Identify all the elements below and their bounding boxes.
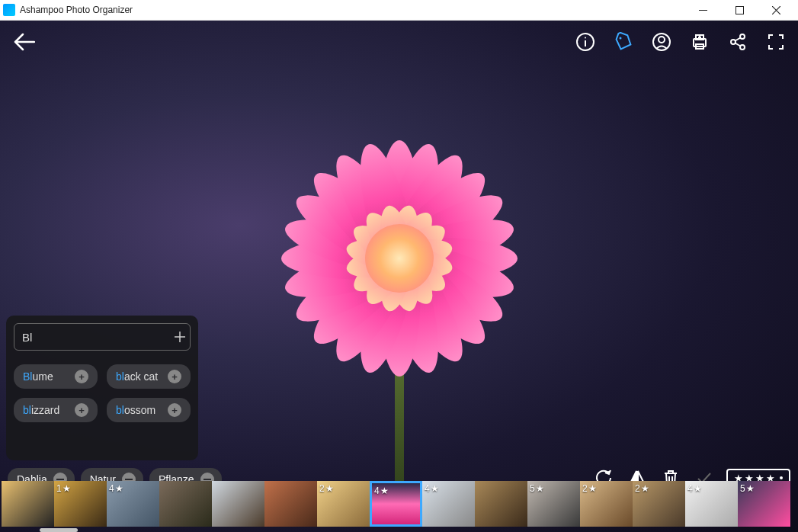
maximize-button[interactable] (728, 0, 751, 21)
info-button[interactable] (572, 29, 598, 55)
share-button[interactable] (725, 29, 751, 55)
suggestion-rest: ossom (124, 404, 155, 416)
tag-suggestion[interactable]: blizzard+ (14, 398, 98, 422)
thumbnail[interactable]: 2★ (317, 481, 370, 527)
suggestion-highlight: bl (116, 370, 124, 383)
filmstrip[interactable]: 1★4★2★4★4★5★2★2★4★5★ (0, 481, 798, 528)
svg-line-18 (736, 37, 741, 40)
minimize-button[interactable] (691, 0, 714, 21)
titlebar: Ashampoo Photo Organizer (0, 0, 798, 21)
close-button[interactable] (764, 0, 787, 21)
svg-point-9 (659, 37, 665, 43)
scroll-indicator[interactable] (40, 528, 78, 532)
suggestion-highlight: bl (23, 404, 31, 416)
plus-icon: + (168, 370, 181, 383)
thumbnail[interactable] (264, 481, 317, 527)
thumbnail[interactable]: 2★ (633, 481, 685, 527)
plus-icon: + (75, 370, 88, 383)
rating-more-icon (780, 476, 783, 479)
svg-point-7 (620, 37, 622, 39)
suggestion-rest: izzard (31, 404, 59, 416)
thumbnail-rating: 4★ (109, 483, 123, 494)
print-button[interactable] (687, 29, 713, 55)
svg-point-6 (585, 37, 586, 38)
thumbnail[interactable]: 4★ (422, 481, 475, 527)
main-photo-viewer[interactable]: (function(){ const f = document.currentS… (0, 21, 798, 532)
app-icon (3, 4, 15, 16)
photo-content: (function(){ const f = document.currentS… (216, 75, 582, 441)
thumbnail-rating: 5★ (530, 483, 544, 494)
svg-point-16 (740, 34, 745, 39)
thumbnail-rating: 4★ (425, 483, 439, 494)
add-tag-button[interactable] (173, 328, 187, 345)
tag-button[interactable] (611, 29, 636, 55)
svg-line-19 (736, 43, 741, 46)
toolbar-icons (572, 29, 789, 55)
thumbnail[interactable] (2, 481, 54, 527)
thumbnail[interactable] (212, 481, 264, 527)
suggestion-highlight: bl (116, 404, 124, 416)
thumbnail[interactable]: 4★ (107, 481, 159, 527)
thumbnail[interactable] (475, 481, 527, 527)
plus-icon: + (75, 403, 88, 417)
thumbnail-rating: 5★ (740, 483, 755, 494)
tag-editor-panel: Blume+black cat+blizzard+blossom+ (6, 316, 198, 460)
thumbnail-rating: 1★ (56, 483, 71, 494)
thumbnail[interactable] (159, 481, 212, 527)
thumbnail[interactable]: 2★ (580, 481, 633, 527)
suggestion-rest: ume (32, 370, 53, 383)
thumbnail-rating: 4★ (687, 483, 702, 494)
thumbnail[interactable]: 4★ (370, 481, 422, 527)
svg-rect-1 (736, 6, 743, 14)
tag-input-row (14, 323, 191, 351)
thumbnail[interactable]: 5★ (738, 481, 790, 527)
tag-suggestion[interactable]: blossom+ (107, 398, 191, 422)
window-title: Ashampoo Photo Organizer (20, 5, 691, 15)
svg-point-15 (731, 40, 736, 44)
thumbnail[interactable]: 5★ (527, 481, 580, 527)
tag-suggestions: Blume+black cat+blizzard+blossom+ (14, 364, 191, 422)
suggestion-rest: ack cat (124, 370, 158, 383)
tag-input[interactable] (22, 331, 167, 344)
svg-point-17 (740, 45, 745, 50)
top-toolbar (0, 24, 798, 59)
window-controls (691, 0, 795, 21)
back-button[interactable] (9, 27, 40, 57)
thumbnail-rating: 2★ (319, 483, 334, 494)
plus-icon: + (168, 403, 181, 417)
thumbnail-rating: 4★ (374, 486, 389, 496)
fullscreen-button[interactable] (763, 29, 789, 55)
suggestion-highlight: Bl (23, 370, 32, 383)
thumbnail[interactable]: 1★ (54, 481, 107, 527)
person-button[interactable] (649, 29, 675, 55)
thumbnail[interactable]: 4★ (685, 481, 738, 527)
thumbnail-rating: 2★ (582, 483, 597, 494)
tag-suggestion[interactable]: Blume+ (14, 364, 98, 389)
thumbnail-rating: 2★ (635, 483, 649, 494)
tag-suggestion[interactable]: black cat+ (107, 364, 191, 389)
